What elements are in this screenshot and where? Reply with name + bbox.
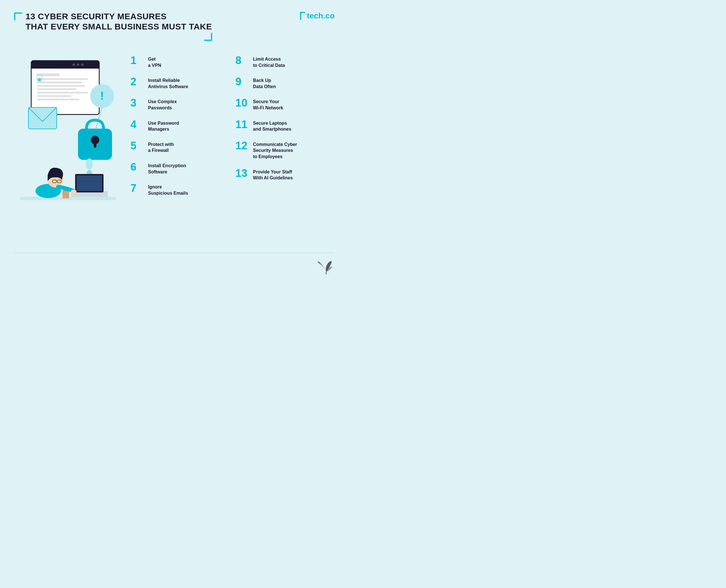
illustration-area: !	[14, 52, 122, 247]
measure-label-text-9: Back Up Data Often	[253, 77, 276, 89]
bracket-top-left	[14, 13, 22, 20]
svg-rect-29	[77, 175, 102, 191]
measure-item-3: 3Use Complex Passwords	[130, 98, 230, 111]
svg-rect-25	[28, 107, 57, 129]
bracket-bottom-right	[204, 33, 212, 41]
title-text: 13 CYBER SECURITY MEASURES THAT EVERY SM…	[25, 11, 212, 41]
measure-number-8: 8	[235, 55, 249, 66]
svg-text:!: !	[100, 89, 104, 102]
logo-text: tech.co	[307, 11, 335, 20]
measure-number-4: 4	[130, 119, 145, 130]
measure-number-3: 3	[130, 98, 145, 108]
list-column-left: 1Get a VPN2Install Reliable Antivirus So…	[130, 55, 230, 247]
svg-point-5	[81, 63, 83, 66]
measure-label-11: Secure Laptops and Smartphones	[253, 119, 291, 132]
measure-label-text-13: Provide Your Staff With AI Guidelines	[253, 169, 293, 181]
measure-label-text-6: Install Encryption Software	[148, 163, 186, 175]
logo: tech.co	[300, 11, 335, 20]
measure-label-text-8: Limit Access to Critical Data	[253, 56, 285, 68]
svg-point-3	[73, 63, 75, 66]
measure-label-text-12: Communicate Cyber Security Measures to E…	[253, 141, 297, 160]
svg-rect-8	[37, 82, 82, 83]
illustration-svg: !	[14, 52, 122, 216]
svg-rect-30	[62, 190, 69, 198]
measure-number-5: 5	[130, 140, 145, 151]
measure-label-text-3: Use Complex Passwords	[148, 99, 177, 111]
svg-point-23	[86, 159, 93, 170]
title-bracket-left	[14, 13, 22, 20]
measure-label-text-11: Secure Laptops and Smartphones	[253, 120, 291, 132]
measure-item-1: 1Get a VPN	[130, 55, 230, 68]
measure-number-2: 2	[130, 76, 145, 87]
measure-label-text-10: Secure Your Wi-Fi Network	[253, 99, 283, 111]
measure-number-9: 9	[235, 76, 249, 87]
lists-area: 1Get a VPN2Install Reliable Antivirus So…	[130, 52, 335, 247]
measure-item-12: 12Communicate Cyber Security Measures to…	[235, 140, 335, 160]
measure-label-text-2: Install Reliable Antivirus Software	[148, 77, 188, 89]
measure-label-4: Use Password Managers	[148, 119, 179, 132]
measure-item-5: 5Protect with a Firewall	[130, 140, 230, 153]
title-line1: 13 CYBER SECURITY MEASURES	[25, 11, 212, 22]
measure-label-text-7: Ignore Suspicious Emails	[148, 184, 188, 196]
svg-rect-0	[31, 61, 99, 114]
title-block: 13 CYBER SECURITY MEASURES THAT EVERY SM…	[14, 11, 212, 41]
title-bracket-right	[25, 33, 212, 41]
measure-item-13: 13Provide Your Staff With AI Guidelines	[235, 168, 335, 181]
measure-label-6: Install Encryption Software	[148, 162, 186, 175]
svg-rect-12	[37, 95, 71, 97]
measure-number-12: 12	[235, 140, 249, 151]
measure-label-8: Limit Access to Critical Data	[253, 55, 285, 68]
measure-label-7: Ignore Suspicious Emails	[148, 183, 188, 196]
list-column-right: 8Limit Access to Critical Data9Back Up D…	[235, 55, 335, 247]
measure-item-7: 7Ignore Suspicious Emails	[130, 183, 230, 196]
measure-number-7: 7	[130, 183, 145, 193]
measure-label-10: Secure Your Wi-Fi Network	[253, 98, 283, 111]
svg-rect-2	[31, 65, 99, 68]
measure-number-6: 6	[130, 162, 145, 172]
svg-rect-9	[37, 85, 85, 87]
measure-label-13: Provide Your Staff With AI Guidelines	[253, 168, 293, 181]
svg-point-4	[77, 63, 79, 66]
svg-rect-11	[37, 92, 88, 93]
measure-label-2: Install Reliable Antivirus Software	[148, 76, 188, 89]
measure-label-5: Protect with a Firewall	[148, 140, 174, 153]
leaf-area	[14, 255, 335, 275]
measure-number-13: 13	[235, 168, 249, 178]
measure-item-2: 2Install Reliable Antivirus Software	[130, 76, 230, 89]
measure-label-text-5: Protect with a Firewall	[148, 141, 174, 153]
measure-label-3: Use Complex Passwords	[148, 98, 177, 111]
title-line2: THAT EVERY SMALL BUSINESS MUST TAKE	[25, 22, 212, 32]
measure-number-11: 11	[235, 119, 249, 130]
svg-rect-10	[37, 88, 77, 90]
leaf-decoration-icon	[315, 255, 335, 275]
svg-rect-22	[94, 141, 96, 148]
footer-divider	[14, 252, 335, 253]
header: 13 CYBER SECURITY MEASURES THAT EVERY SM…	[14, 11, 335, 41]
measure-label-text-4: Use Password Managers	[148, 120, 179, 132]
svg-point-37	[71, 190, 77, 193]
measure-item-11: 11Secure Laptops and Smartphones	[235, 119, 335, 132]
measure-item-9: 9Back Up Data Often	[235, 76, 335, 89]
measure-item-4: 4Use Password Managers	[130, 119, 230, 132]
measure-item-6: 6Install Encryption Software	[130, 162, 230, 175]
svg-rect-7	[37, 78, 88, 80]
svg-rect-13	[37, 99, 79, 100]
measure-number-1: 1	[130, 55, 145, 66]
logo-bracket-icon	[300, 12, 305, 20]
measure-item-8: 8Limit Access to Critical Data	[235, 55, 335, 68]
measure-label-12: Communicate Cyber Security Measures to E…	[253, 140, 297, 160]
measure-label-9: Back Up Data Often	[253, 76, 276, 89]
measure-label-text-1: Get a VPN	[148, 56, 161, 68]
main-content: !	[14, 52, 335, 247]
measure-item-10: 10Secure Your Wi-Fi Network	[235, 98, 335, 111]
svg-rect-15	[38, 78, 41, 81]
measure-number-10: 10	[235, 98, 249, 108]
measure-label-1: Get a VPN	[148, 55, 161, 68]
